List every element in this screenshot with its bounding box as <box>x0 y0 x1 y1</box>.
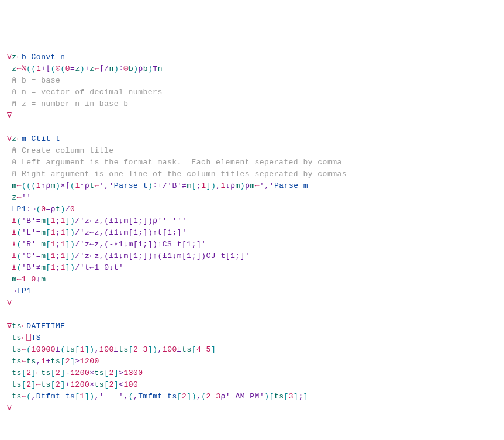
token: 1 <box>51 228 56 237</box>
token: TS <box>32 334 42 342</box>
token: ≥ <box>75 357 80 366</box>
token: z <box>75 64 80 73</box>
token: 'z←z,(⍎1↓m[1;])⍴'' ''' <box>80 216 187 225</box>
token: [ <box>284 392 288 401</box>
token: , <box>196 392 201 401</box>
token: ts <box>12 322 22 331</box>
token: ⊥ <box>114 345 119 354</box>
token: ts <box>12 369 22 377</box>
token: :→ <box>26 205 36 214</box>
token: ] <box>211 345 216 354</box>
token: 1 <box>80 392 85 401</box>
token: 'B' <box>22 263 36 272</box>
code-line: →LP1 <box>7 286 497 297</box>
token: 2 3 <box>206 392 221 401</box>
token: ⍎ <box>12 228 16 237</box>
token: 'B' <box>167 181 182 190</box>
code-line: ⍝ Right argument is one line of the colu… <box>7 169 497 180</box>
token: ← <box>17 181 22 190</box>
token: , <box>216 181 220 190</box>
token: ← <box>22 357 26 366</box>
token: ↓ <box>36 275 41 284</box>
token: ← <box>17 64 22 73</box>
token: = <box>36 252 41 260</box>
token: ) <box>80 64 85 73</box>
token: ↓⍴ <box>226 181 236 190</box>
token: ] <box>32 380 36 389</box>
code-line: ∇ <box>7 403 497 414</box>
token: ts <box>12 345 22 354</box>
token: 'C' <box>22 252 36 260</box>
token: ]) <box>65 216 75 225</box>
token: ≠ <box>36 263 41 272</box>
token: [ <box>46 228 50 237</box>
token: ] <box>114 380 119 389</box>
token: 0 <box>65 64 70 73</box>
token: [ <box>51 369 56 377</box>
token: m <box>51 181 56 190</box>
token: 1 <box>51 252 56 260</box>
token: ]) <box>65 240 75 249</box>
token: ) <box>240 181 245 190</box>
token: ts <box>12 334 22 342</box>
token: 'L' <box>22 228 36 237</box>
token: ∇ <box>7 298 12 307</box>
token: = <box>36 228 41 237</box>
token: 4 5 <box>196 345 211 354</box>
token: [ <box>75 392 80 401</box>
token: 100 <box>99 345 114 354</box>
token: ' AM PM' <box>226 392 264 401</box>
token: ← <box>17 193 22 202</box>
token: 'z←z,(-⍎1↓m[1;])↑CS t[1;]' <box>80 240 206 249</box>
token: ← <box>22 345 26 354</box>
token: z <box>12 64 16 73</box>
token: , <box>95 392 99 401</box>
token: = <box>36 216 41 225</box>
code-line: ts←ts,1+ts[2]≥1200 <box>7 356 497 367</box>
token: LP1 <box>17 287 32 295</box>
token: 'R' <box>22 240 36 249</box>
token: n <box>158 64 163 73</box>
code-line: ∇ts←DATETIME <box>7 321 497 332</box>
token: m <box>236 181 240 190</box>
token: 1200 <box>80 357 99 366</box>
token: 't←1 0↓t' <box>80 263 124 272</box>
token: 2 <box>109 369 113 377</box>
token: ] <box>60 369 65 377</box>
token: Parse t <box>114 181 148 190</box>
token: ts <box>41 369 51 377</box>
code-line: ∇ <box>7 110 497 122</box>
token: 1 <box>60 240 65 249</box>
token: , <box>158 345 163 354</box>
code-line: ⍎('C'=m[1;1])/'z←z,(⍎1↓m[1;])↑(⍎1↓m[1;])… <box>7 250 497 262</box>
token: ∇ <box>7 111 12 120</box>
token: = <box>36 240 41 249</box>
token: ]) <box>85 345 95 354</box>
token: [ <box>46 263 50 272</box>
token: ⍝ Left argument is the format mask. Each… <box>12 158 342 167</box>
code-line: ∇z←m Ctit t <box>7 133 497 145</box>
token: ⍴ <box>139 64 143 73</box>
token: ⍎ <box>12 263 16 272</box>
token: ]) <box>148 345 158 354</box>
token: 2 3 <box>133 345 148 354</box>
token: × <box>89 380 94 389</box>
token: ← <box>255 181 260 190</box>
code-line: m←(((1↑⍴m)×⌈(1↑⍴t←','Parse t)÷+/'B'≠m[;1… <box>7 180 497 192</box>
token: ]) <box>65 263 75 272</box>
token: 1 <box>60 263 65 272</box>
token: / <box>75 216 80 225</box>
token: 3 <box>289 392 294 401</box>
token: (( <box>26 64 36 73</box>
token: z <box>12 53 16 61</box>
token: 2 <box>26 369 31 377</box>
code-line: ts[2]←ts[2]+1200×ts[2]<100 <box>7 379 497 391</box>
token: ] <box>32 369 36 377</box>
token: 1 <box>60 228 65 237</box>
token: ⍴ <box>220 392 225 401</box>
token: ∇ <box>7 404 12 412</box>
token: ts <box>51 357 61 366</box>
token: ⊥ <box>177 345 182 354</box>
token: ts <box>41 380 51 389</box>
code-line: ts←(10000⊥(ts[1]),100⊥ts[2 3]),100⊥ts[4 … <box>7 344 497 356</box>
